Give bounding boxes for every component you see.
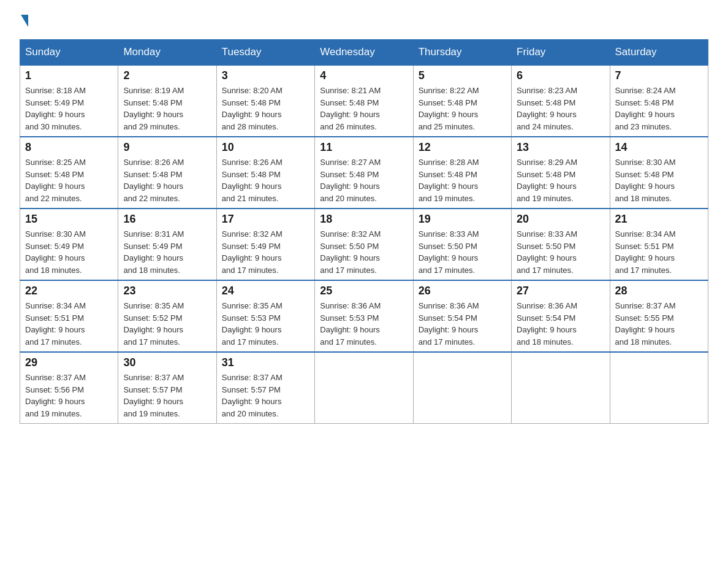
day-number: 1: [25, 69, 113, 82]
day-number: 22: [25, 285, 113, 297]
day-number: 18: [320, 213, 408, 226]
day-number: 8: [25, 141, 113, 154]
calendar-cell: [512, 352, 610, 424]
calendar-cell: [413, 352, 511, 424]
day-number: 16: [123, 213, 211, 226]
day-info: Sunrise: 8:24 AMSunset: 5:48 PMDaylight:…: [615, 85, 703, 132]
day-info: Sunrise: 8:25 AMSunset: 5:48 PMDaylight:…: [25, 156, 113, 204]
week-row-2: 8 Sunrise: 8:25 AMSunset: 5:48 PMDayligh…: [20, 137, 708, 209]
day-number: 3: [222, 69, 309, 82]
day-number: 21: [615, 213, 703, 226]
calendar-cell: 30 Sunrise: 8:37 AMSunset: 5:57 PMDaylig…: [118, 352, 216, 424]
day-info: Sunrise: 8:37 AMSunset: 5:56 PMDaylight:…: [25, 372, 113, 419]
calendar-cell: 10 Sunrise: 8:26 AMSunset: 5:48 PMDaylig…: [216, 137, 314, 209]
calendar-cell: [610, 352, 708, 424]
calendar-cell: 24 Sunrise: 8:35 AMSunset: 5:53 PMDaylig…: [216, 280, 314, 352]
day-info: Sunrise: 8:37 AMSunset: 5:55 PMDaylight:…: [615, 300, 703, 348]
day-info: Sunrise: 8:32 AMSunset: 5:49 PMDaylight:…: [222, 228, 309, 276]
header-thursday: Thursday: [413, 40, 511, 66]
day-info: Sunrise: 8:28 AMSunset: 5:48 PMDaylight:…: [419, 156, 506, 204]
calendar-cell: 9 Sunrise: 8:26 AMSunset: 5:48 PMDayligh…: [118, 137, 216, 209]
header-friday: Friday: [512, 40, 610, 66]
week-row-3: 15 Sunrise: 8:30 AMSunset: 5:49 PMDaylig…: [20, 209, 708, 280]
day-number: 19: [419, 213, 506, 226]
calendar-cell: 21 Sunrise: 8:34 AMSunset: 5:51 PMDaylig…: [610, 209, 708, 280]
calendar-cell: 11 Sunrise: 8:27 AMSunset: 5:48 PMDaylig…: [315, 137, 413, 209]
day-number: 15: [25, 213, 113, 226]
day-number: 30: [123, 356, 211, 369]
calendar-table: SundayMondayTuesdayWednesdayThursdayFrid…: [20, 39, 708, 424]
calendar-cell: 23 Sunrise: 8:35 AMSunset: 5:52 PMDaylig…: [118, 280, 216, 352]
calendar-cell: 18 Sunrise: 8:32 AMSunset: 5:50 PMDaylig…: [315, 209, 413, 280]
day-info: Sunrise: 8:35 AMSunset: 5:53 PMDaylight:…: [222, 300, 309, 348]
day-info: Sunrise: 8:26 AMSunset: 5:48 PMDaylight:…: [222, 156, 309, 204]
page-header: [20, 15, 708, 27]
logo: [20, 15, 29, 27]
calendar-cell: 25 Sunrise: 8:36 AMSunset: 5:53 PMDaylig…: [315, 280, 413, 352]
day-number: 27: [517, 285, 604, 297]
calendar-body: 1 Sunrise: 8:18 AMSunset: 5:49 PMDayligh…: [20, 65, 708, 424]
calendar-cell: 5 Sunrise: 8:22 AMSunset: 5:48 PMDayligh…: [413, 65, 511, 137]
day-number: 7: [615, 69, 703, 82]
day-number: 4: [320, 69, 408, 82]
day-info: Sunrise: 8:32 AMSunset: 5:50 PMDaylight:…: [320, 228, 408, 276]
header-row: SundayMondayTuesdayWednesdayThursdayFrid…: [20, 40, 708, 66]
day-number: 23: [123, 285, 211, 297]
day-info: Sunrise: 8:34 AMSunset: 5:51 PMDaylight:…: [25, 300, 113, 348]
calendar-cell: [315, 352, 413, 424]
day-number: 14: [615, 141, 703, 154]
day-info: Sunrise: 8:35 AMSunset: 5:52 PMDaylight:…: [123, 300, 211, 348]
day-info: Sunrise: 8:30 AMSunset: 5:49 PMDaylight:…: [25, 228, 113, 276]
header-sunday: Sunday: [20, 40, 118, 66]
calendar-cell: 17 Sunrise: 8:32 AMSunset: 5:49 PMDaylig…: [216, 209, 314, 280]
day-info: Sunrise: 8:27 AMSunset: 5:48 PMDaylight:…: [320, 156, 408, 204]
calendar-header: SundayMondayTuesdayWednesdayThursdayFrid…: [20, 40, 708, 66]
calendar-cell: 3 Sunrise: 8:20 AMSunset: 5:48 PMDayligh…: [216, 65, 314, 137]
calendar-cell: 1 Sunrise: 8:18 AMSunset: 5:49 PMDayligh…: [20, 65, 118, 137]
calendar-cell: 16 Sunrise: 8:31 AMSunset: 5:49 PMDaylig…: [118, 209, 216, 280]
day-info: Sunrise: 8:29 AMSunset: 5:48 PMDaylight:…: [517, 156, 604, 204]
day-info: Sunrise: 8:36 AMSunset: 5:54 PMDaylight:…: [517, 300, 604, 348]
calendar-cell: 15 Sunrise: 8:30 AMSunset: 5:49 PMDaylig…: [20, 209, 118, 280]
day-info: Sunrise: 8:20 AMSunset: 5:48 PMDaylight:…: [222, 85, 309, 132]
logo-arrow-icon: [21, 15, 28, 27]
day-info: Sunrise: 8:19 AMSunset: 5:48 PMDaylight:…: [123, 85, 211, 132]
header-monday: Monday: [118, 40, 216, 66]
header-wednesday: Wednesday: [315, 40, 413, 66]
day-number: 2: [123, 69, 211, 82]
day-number: 10: [222, 141, 309, 154]
day-number: 28: [615, 285, 703, 297]
day-info: Sunrise: 8:31 AMSunset: 5:49 PMDaylight:…: [123, 228, 211, 276]
day-info: Sunrise: 8:33 AMSunset: 5:50 PMDaylight:…: [419, 228, 506, 276]
day-number: 9: [123, 141, 211, 154]
day-info: Sunrise: 8:21 AMSunset: 5:48 PMDaylight:…: [320, 85, 408, 132]
calendar-cell: 31 Sunrise: 8:37 AMSunset: 5:57 PMDaylig…: [216, 352, 314, 424]
day-info: Sunrise: 8:36 AMSunset: 5:53 PMDaylight:…: [320, 300, 408, 348]
calendar-cell: 6 Sunrise: 8:23 AMSunset: 5:48 PMDayligh…: [512, 65, 610, 137]
day-info: Sunrise: 8:33 AMSunset: 5:50 PMDaylight:…: [517, 228, 604, 276]
calendar-cell: 20 Sunrise: 8:33 AMSunset: 5:50 PMDaylig…: [512, 209, 610, 280]
week-row-1: 1 Sunrise: 8:18 AMSunset: 5:49 PMDayligh…: [20, 65, 708, 137]
calendar-cell: 22 Sunrise: 8:34 AMSunset: 5:51 PMDaylig…: [20, 280, 118, 352]
week-row-5: 29 Sunrise: 8:37 AMSunset: 5:56 PMDaylig…: [20, 352, 708, 424]
calendar-cell: 19 Sunrise: 8:33 AMSunset: 5:50 PMDaylig…: [413, 209, 511, 280]
calendar-cell: 8 Sunrise: 8:25 AMSunset: 5:48 PMDayligh…: [20, 137, 118, 209]
day-info: Sunrise: 8:26 AMSunset: 5:48 PMDaylight:…: [123, 156, 211, 204]
calendar-cell: 26 Sunrise: 8:36 AMSunset: 5:54 PMDaylig…: [413, 280, 511, 352]
calendar-cell: 29 Sunrise: 8:37 AMSunset: 5:56 PMDaylig…: [20, 352, 118, 424]
day-number: 5: [419, 69, 506, 82]
day-number: 24: [222, 285, 309, 297]
day-number: 20: [517, 213, 604, 226]
day-number: 17: [222, 213, 309, 226]
calendar-cell: 4 Sunrise: 8:21 AMSunset: 5:48 PMDayligh…: [315, 65, 413, 137]
day-info: Sunrise: 8:23 AMSunset: 5:48 PMDaylight:…: [517, 85, 604, 132]
day-number: 26: [419, 285, 506, 297]
calendar-cell: 7 Sunrise: 8:24 AMSunset: 5:48 PMDayligh…: [610, 65, 708, 137]
day-number: 11: [320, 141, 408, 154]
header-tuesday: Tuesday: [216, 40, 314, 66]
day-info: Sunrise: 8:37 AMSunset: 5:57 PMDaylight:…: [123, 372, 211, 419]
day-info: Sunrise: 8:37 AMSunset: 5:57 PMDaylight:…: [222, 372, 309, 419]
day-info: Sunrise: 8:18 AMSunset: 5:49 PMDaylight:…: [25, 85, 113, 132]
day-info: Sunrise: 8:22 AMSunset: 5:48 PMDaylight:…: [419, 85, 506, 132]
calendar-cell: 13 Sunrise: 8:29 AMSunset: 5:48 PMDaylig…: [512, 137, 610, 209]
